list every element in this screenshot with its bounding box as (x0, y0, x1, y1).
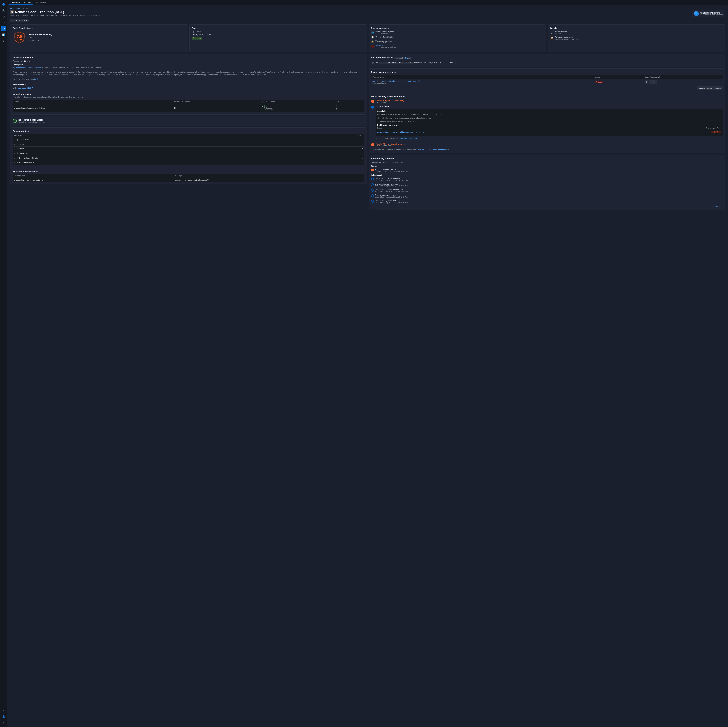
fix-package: org.apache.tomcat:tomcat-catalina (379, 62, 414, 64)
expand-k8s-workloads[interactable]: ▶ (14, 157, 15, 159)
tab-prioritization[interactable]: Prioritization (34, 1, 49, 5)
right-column: Fix recommendation Provided by 🔷 snyk Up… (369, 53, 725, 210)
entity-name-link[interactable]: com.dynatrace.easytravel.weblauncher.jar… (377, 131, 425, 133)
help-icon[interactable]: ? (725, 2, 726, 4)
check-icon: ✓ (13, 119, 17, 123)
description-text: org.apache.tomcat:tomcat-catalina is a T… (13, 66, 364, 69)
entity-high-score-badge: High 7.0 ✕ (711, 131, 722, 133)
event-label-2: Davis Security Score lowered to 6.4 (375, 188, 408, 191)
page-title-wrap: 🛡 Remote Code Execution (RCE) Third-part… (10, 10, 100, 16)
sidebar-expand[interactable]: ↔ (1, 708, 6, 713)
expand-k8s-clusters[interactable]: ▶ (14, 162, 15, 163)
dss-result-content: Result: 7.0 High risk vulnerability Davi… (376, 143, 723, 147)
fix-header: Fix recommendation Provided by 🔷 snyk (371, 56, 723, 60)
related-entities-table: Related entity Count ▶ ▦ Applications 0 (13, 134, 364, 165)
assess-row-exploit: ⚠ Public exploit Public exploit publishe… (371, 44, 544, 48)
action-btn-3[interactable]: ↗ (653, 80, 657, 84)
view-details-button[interactable]: View process group details (697, 86, 723, 90)
description-link[interactable]: org.apache.tomcat:tomcat-catalina (13, 67, 41, 69)
no-data-subtitle: Directly connected to an affected entity (18, 121, 50, 123)
event-row-0: Davis Security Score increased to 7 abou… (371, 177, 723, 181)
dss-base-label: Base: 8.1 High risk vulnerability (376, 100, 723, 102)
sidebar-user[interactable]: 👤 (1, 714, 6, 719)
expand-apps[interactable]: ▶ (14, 139, 15, 141)
monitoring-subtitle: Vulnerability detection enabled (700, 14, 723, 16)
calc-desc1: Davis calculated a score for each affect… (377, 113, 722, 116)
score-risk-label: High risk (16, 39, 23, 41)
initial-event-row: High risk vulnerability: 7.0 Opened 2 da… (371, 168, 723, 172)
time-filter[interactable]: Last 30 minutes ▾ (10, 18, 29, 23)
open-card: Open Open since Dec 8, 2024, 4:06 PM 2 d… (190, 24, 367, 52)
assess-icon-internet: 🌐 (371, 31, 374, 34)
sidebar: 🔵 🔍 ⊞ ⊕ 🛡 📊 ⚙ ↔ 👤 ⚙ (0, 0, 8, 727)
detail-row-process: ⚙ Process groups 1 affected (551, 31, 723, 35)
more-info: For more information visit Snyk ↗ (13, 78, 364, 80)
action-btn-2[interactable]: 🔗 (649, 80, 653, 84)
sidebar-settings[interactable]: ⚙ (1, 38, 6, 44)
event-time-3: about 3 hours ago (Dec 10, 2024, 6:48 PM… (375, 196, 408, 198)
sidebar-home[interactable]: ⊞ (1, 14, 6, 19)
entity-left-apps: ▶ ▦ Applications (14, 139, 29, 141)
fix-text-prefix: Upgrade (371, 62, 378, 64)
cve-link[interactable]: CVE-2020-9484 ↗ (18, 87, 33, 89)
doc-link[interactable]: Davis Security Score Documentation (416, 148, 447, 151)
sidebar-shield[interactable]: 🛡 (1, 26, 6, 31)
left-column: Vulnerability details Technology: ☕ Java… (10, 53, 367, 210)
col-pgs: PGs (334, 100, 364, 104)
no-data-assets: ✓ No reachable data assets Directly conn… (10, 116, 367, 126)
action-btn-1[interactable]: ⚙ (645, 80, 648, 84)
pg-status-cell: Affected (593, 79, 643, 85)
event-time-4: about 4 hours ago (Dec 10, 2024, 5:18 PM… (375, 202, 408, 203)
expand-services[interactable]: ▶ (14, 144, 15, 145)
page-shield-icon: 🛡 (10, 10, 14, 14)
event-dot-2 (371, 189, 374, 192)
event-dot-0 (371, 178, 374, 180)
details-title: Details (551, 27, 723, 29)
result-sub: Davis Security Score (376, 145, 723, 147)
vuln-components-card: Vulnerable components Package name Descr… (10, 167, 367, 185)
calc-box: Calculation Davis calculated a score for… (376, 109, 723, 136)
evolution-title: Vulnerability evolution (371, 157, 723, 160)
tab-vulnerabilities[interactable]: Vulnerabilities (Preview) (9, 1, 34, 5)
entity-name-col: Name (377, 127, 382, 129)
expand-hosts[interactable]: ▶ (14, 148, 15, 150)
initial-event-content: High risk vulnerability: 7.0 Opened 2 da… (375, 168, 408, 172)
show-more-link[interactable]: Show more (371, 205, 723, 207)
more-info-label: For more information visit (13, 78, 34, 80)
status-section-label: Status (371, 165, 723, 167)
sidebar-search[interactable]: 🔍 (1, 8, 6, 13)
score-type: Third-party vulnerability (29, 34, 52, 36)
databases-label: Databases (20, 152, 28, 154)
pg-name-link[interactable]: com.dynatrace.easytravel.weblauncher.jar… (372, 80, 420, 82)
assess-row-data: 💾 Reachable data assets None within rang… (371, 35, 544, 39)
vuln-evolution-card: Vulnerability evolution Showing the even… (369, 155, 725, 210)
col-usage: Function usage (261, 100, 335, 104)
process-group-title: Process group overview (371, 71, 723, 73)
tabbar: Vulnerabilities (Preview) Prioritization… (8, 0, 728, 5)
davis-score-title: Davis Security Score (13, 27, 185, 29)
detail-text-process: Process groups 1 affected (554, 31, 567, 35)
tech-label: Technology: (13, 60, 23, 62)
expand-databases[interactable]: ▶ (14, 153, 15, 154)
sidebar-chart[interactable]: 📊 (1, 32, 6, 38)
page-title-text: Remote Code Execution (RCE) (15, 10, 64, 14)
dss-analysis-row: Davis analysis Calculation Davis calcula… (371, 105, 723, 141)
entity-score-headers: Name Davis Security Score (377, 127, 722, 129)
entity-score-label: High 7.0 (712, 131, 718, 133)
fix-text-suffix: to version 10.0.0-M5, 9.0.35, 8.5.55, 7.… (414, 62, 459, 64)
cell-usage: ▶ In use ↗ Not in use – Not available (261, 104, 335, 112)
snyk-link[interactable]: Snyk ↗ (34, 78, 40, 80)
vuln-functions-desc: The following functions have been identi… (13, 96, 364, 98)
vuln-details-card: Vulnerability details Technology: ☕ Java… (10, 53, 367, 115)
vuln-details-title: Vulnerability details (13, 56, 364, 59)
score-library: Library (29, 37, 52, 39)
entity-score-close[interactable]: ✕ (719, 131, 720, 133)
calc-note: Calculations are run every 15 minutes. F… (371, 148, 723, 151)
dss-base-indicator (371, 100, 374, 103)
sidebar-bottom-settings[interactable]: ⚙ (1, 720, 6, 725)
comp-col-package: Package name (13, 174, 174, 178)
entity-databases: ▶ 🗄 Databases 0 (13, 151, 364, 156)
breadcrumb-parent[interactable]: Prioritization (10, 8, 20, 9)
sidebar-apps[interactable]: ⊕ (1, 20, 6, 25)
apps-count: 0 (362, 139, 363, 141)
